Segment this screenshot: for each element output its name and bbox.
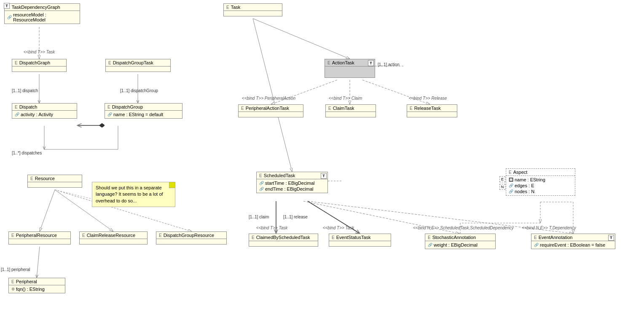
- class-body-aspect: 🔲 name : EString 🔗 edges : E 🔗 nodes : N: [506, 176, 575, 195]
- class-header-ea: E EventAnnotation: [531, 234, 615, 241]
- class-task[interactable]: E Task: [223, 3, 282, 16]
- class-claimed-by-scheduled-task[interactable]: E ClaimedByScheduledTask: [249, 234, 318, 247]
- n-badge-aspect: N: [499, 184, 505, 190]
- class-dispatch-graph[interactable]: E DispatchGraph: [12, 59, 67, 72]
- attr-text-st2: endTime : EBigDecimal: [265, 186, 314, 191]
- class-action-task[interactable]: E ActionTask T: [325, 59, 375, 78]
- class-body-st: 🔗 startTime : EBigDecimal 🔗 endTime : EB…: [257, 179, 327, 193]
- class-icon-pr: E: [11, 233, 14, 238]
- class-body-ct: [326, 112, 376, 117]
- class-body-dgt: [106, 66, 170, 72]
- class-claim-task[interactable]: E ClaimTask: [325, 104, 376, 117]
- class-icon-ea: E: [534, 235, 537, 240]
- svg-line-15: [37, 247, 40, 278]
- class-header-dgt: E DispatchGroupTask: [106, 59, 170, 66]
- ref-icon-dispatch: 🔗: [15, 112, 19, 117]
- class-name-pr: PeripheralResource: [16, 233, 57, 238]
- ref-icon-tdg: 🔗: [7, 15, 12, 19]
- class-name-st: ScheduledTask: [264, 173, 295, 178]
- class-peripheral-action-task[interactable]: E PeripheralActionTask: [238, 104, 303, 117]
- class-body-rt: [407, 112, 457, 117]
- class-header-pr: E PeripheralResource: [9, 232, 70, 239]
- class-icon-dg: E: [15, 61, 18, 65]
- class-icon-cbst: E: [252, 235, 255, 240]
- label-dispatches: [1..*] dispatches: [12, 151, 42, 155]
- attr-nodes-aspect: 🔗 nodes : N: [509, 189, 572, 194]
- class-header-dgr: E DispatchGroupResource: [156, 232, 226, 239]
- note-text: Should we put this in a separate languag…: [96, 185, 163, 203]
- class-name-dgt: DispatchGroupTask: [113, 60, 153, 65]
- class-stochastic-annotation[interactable]: E StochasticAnnotation 🔗 weight : EBigDe…: [425, 234, 496, 249]
- attr-text-st1: startTime : EBigDecimal: [265, 181, 315, 186]
- attr-text-peripheral: fqn() : EString: [16, 287, 45, 292]
- class-header-dgrp: E DispatchGroup: [105, 104, 182, 111]
- label-claim-st: [1..1] claim: [249, 215, 269, 219]
- svg-line-2: [253, 19, 292, 172]
- class-header-cbst: E ClaimedByScheduledTask: [249, 234, 318, 241]
- class-scheduled-task[interactable]: E ScheduledTask 🔗 startTime : EBigDecima…: [256, 172, 328, 193]
- label-peripheral: [1..1] peripheral: [1, 267, 30, 272]
- class-body-est: [329, 241, 391, 246]
- label-action: [1..1] action: [378, 62, 400, 67]
- class-icon-st: E: [259, 173, 262, 178]
- class-icon-est: E: [332, 235, 335, 240]
- label-release-st: [1..1] release: [283, 215, 308, 219]
- class-header-at: E ActionTask: [325, 59, 375, 66]
- class-dispatch-group-resource[interactable]: E DispatchGroupResource: [156, 231, 227, 245]
- class-dispatch-group-task[interactable]: E DispatchGroupTask: [105, 59, 171, 72]
- class-dispatch-group[interactable]: E DispatchGroup 🔗 name : EString = defau…: [105, 103, 182, 119]
- attr-edges-aspect: 🔗 edges : E: [509, 183, 572, 189]
- diagram-canvas: E TaskDependencyGraph 🔗 resourceModel : …: [0, 0, 644, 311]
- class-icon-dgt: E: [108, 61, 111, 65]
- class-icon-dispatch: E: [15, 105, 18, 109]
- ref-icon-st1: 🔗: [259, 181, 264, 185]
- class-icon-peripheral: E: [11, 279, 14, 284]
- class-body-crr: [80, 239, 147, 244]
- class-release-task[interactable]: E ReleaseTask: [407, 104, 457, 117]
- class-claim-release-resource[interactable]: E ClaimReleaseResource: [79, 231, 148, 245]
- class-body-pat: [239, 112, 303, 117]
- class-body-dg: [12, 66, 66, 72]
- class-icon-dgr: E: [159, 233, 162, 238]
- svg-line-12: [40, 190, 55, 231]
- class-name-rt: ReleaseTask: [414, 106, 441, 111]
- class-header-st: E ScheduledTask: [257, 172, 327, 179]
- class-header-task: E Task: [224, 4, 282, 11]
- stereotype-bind-ne1: <<bind N,E>> ScheduledTask,ScheduledDepe…: [413, 226, 502, 230]
- class-body-sa: 🔗 weight : EBigDecimal: [425, 241, 495, 249]
- class-icon-pat: E: [241, 106, 244, 111]
- ref-icon-sa: 🔗: [428, 243, 432, 247]
- stereotype-bind-ne2: <<bind N,E>> T,Dependency: [514, 226, 584, 230]
- class-event-annotation[interactable]: E EventAnnotation 🔗 requireEvent : EBool…: [531, 234, 615, 249]
- stereotype-release: <<bind T>> Release: [402, 96, 453, 101]
- class-dispatch[interactable]: E Dispatch 🔗 activity : Activity: [12, 103, 77, 119]
- attr-text-dispatch: activity : Activity: [21, 112, 53, 117]
- note-box: Should we put this in a separate languag…: [92, 182, 175, 207]
- class-peripheral-resource[interactable]: E PeripheralResource: [8, 231, 71, 245]
- attr-text-sa: weight : EBigDecimal: [434, 242, 478, 247]
- class-name-est: EventStatusTask: [336, 235, 371, 240]
- class-body-cbst: [249, 241, 318, 246]
- class-name-pat: PeripheralActionTask: [246, 106, 289, 111]
- class-peripheral[interactable]: E Peripheral ⚙ fqn() : EString: [8, 278, 65, 293]
- class-event-status-task[interactable]: E EventStatusTask: [329, 234, 391, 247]
- attr-require-event: 🔗 requireEvent : EBoolean = false: [534, 242, 612, 248]
- class-name-peripheral: Peripheral: [16, 279, 37, 284]
- t-badge-st: T: [321, 173, 327, 179]
- attr-weight: 🔗 weight : EBigDecimal: [428, 242, 493, 248]
- class-icon-ct: E: [328, 106, 331, 111]
- attr-activity: 🔗 activity : Activity: [15, 112, 74, 117]
- class-icon-at: E: [327, 61, 330, 65]
- ref-icon-aspect2: 🔗: [509, 183, 513, 188]
- class-aspect[interactable]: E Aspect 🔲 name : EString 🔗 edges : E 🔗 …: [506, 168, 575, 196]
- ref-icon-aspect3: 🔗: [509, 189, 513, 194]
- class-task-dependency-graph[interactable]: E TaskDependencyGraph 🔗 resourceModel : …: [4, 3, 80, 24]
- t-badge-at: T: [368, 60, 374, 66]
- class-body-dgrp: 🔗 name : EString = default: [105, 111, 182, 118]
- class-header-resource: E Resource: [28, 175, 82, 182]
- attr-name-dgrp: 🔗 name : EString = default: [107, 112, 180, 117]
- class-resource[interactable]: E Resource: [27, 175, 82, 188]
- svg-line-8: [362, 80, 430, 104]
- class-name-crr: ClaimReleaseResource: [87, 233, 136, 238]
- class-header-dg: E DispatchGraph: [12, 59, 66, 66]
